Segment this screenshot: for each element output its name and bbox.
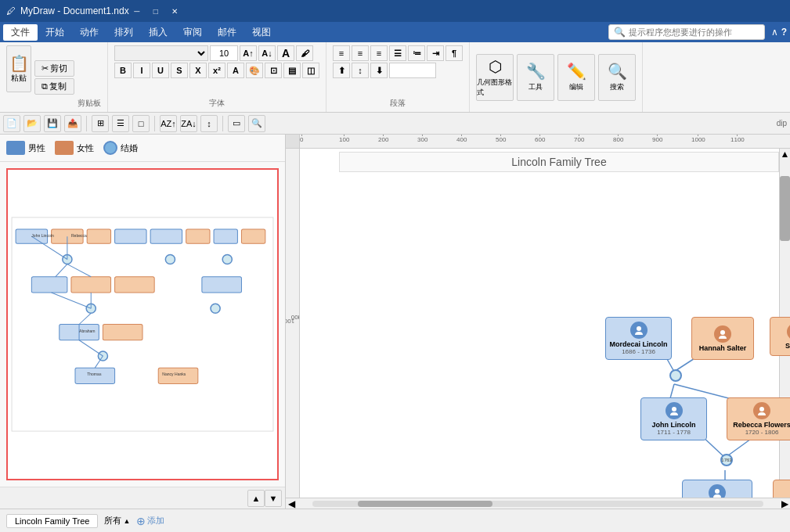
font-style-btn[interactable]: A <box>227 63 244 78</box>
tools-btn[interactable]: 🔧 工具 <box>517 54 554 101</box>
svg-point-11 <box>222 254 232 264</box>
minimize-button[interactable]: ─ <box>129 5 145 17</box>
person-abraham[interactable]: Abraham Lincoln 1744 - 1786 <box>682 480 752 498</box>
sort-za-btn[interactable]: ZA↓ <box>180 115 197 132</box>
shape-btn[interactable]: □ <box>132 115 150 132</box>
close-button[interactable]: ✕ <box>167 5 182 17</box>
font-shrink-btn[interactable]: A↓ <box>258 45 276 61</box>
person-john-lincoln[interactable]: John Lincoln 1711 - 1778 <box>640 397 707 440</box>
h-scrollbar[interactable]: ◀ ▶ <box>286 498 790 509</box>
maximize-button[interactable]: □ <box>148 5 164 17</box>
tab-filter: 所有 ▲ <box>104 515 130 527</box>
shadow-btn[interactable]: ▤ <box>283 63 301 78</box>
paste-button[interactable]: 📋 粘贴 <box>6 45 31 92</box>
font-family-select[interactable] <box>114 45 208 61</box>
copy-button[interactable]: ⧉ 复制 <box>34 78 74 95</box>
scroll-up-btn[interactable]: ▲ <box>780 149 790 160</box>
diagram[interactable]: ▲ ▼ <box>300 149 790 498</box>
tab-add-btn[interactable]: ⊕ 添加 <box>136 515 164 527</box>
svg-point-65 <box>759 407 764 412</box>
menu-mail[interactable]: 邮件 <box>210 24 244 41</box>
align-left-btn[interactable]: ≡ <box>333 45 350 61</box>
menu-arrange[interactable]: 排列 <box>106 24 141 41</box>
font-paint-btn[interactable]: 🖌 <box>296 45 313 61</box>
valign-top-btn[interactable]: ⬆ <box>333 63 350 78</box>
avatar-rebecca <box>753 402 770 419</box>
align-justify-btn[interactable]: ☰ <box>389 45 406 61</box>
scroll-left-btn[interactable]: ◀ <box>286 498 297 509</box>
fill-btn[interactable]: 🎨 <box>246 63 263 78</box>
align-center-btn[interactable]: ≡ <box>352 45 369 61</box>
menu-insert[interactable]: 插入 <box>141 24 175 41</box>
font-color-btn[interactable]: A <box>277 45 294 61</box>
person-sarah[interactable]: Sarah <box>770 317 790 356</box>
bottom-tabs: Lincoln Family Tree 所有 ▲ ⊕ 添加 <box>0 509 790 532</box>
menu-view[interactable]: 视图 <box>244 24 279 41</box>
open-btn[interactable]: 📂 <box>23 115 41 132</box>
export-btn[interactable]: 📤 <box>64 115 81 132</box>
person-hannah[interactable]: Hannah Salter <box>691 317 754 360</box>
svg-rect-6 <box>186 229 210 243</box>
pilcrow-btn[interactable]: ¶ <box>446 45 463 61</box>
underline-btn[interactable]: U <box>152 63 169 78</box>
strikethrough-btn[interactable]: S <box>171 63 188 78</box>
align-right-btn[interactable]: ≡ <box>370 45 388 61</box>
scroll-thumb-v[interactable] <box>780 176 790 242</box>
person-mordecai[interactable]: Mordecai Lincoln 1686 - 1736 <box>605 317 672 360</box>
font-section: A↑ A↓ A 🖌 B I U S X x² A 🎨 ⊡ ▤ ◫ 字体 <box>108 42 326 112</box>
font-grow-btn[interactable]: A↑ <box>240 45 257 61</box>
panel-scroll-down[interactable]: ▼ <box>265 490 282 507</box>
search-tool-btn[interactable]: 🔍 搜索 <box>598 54 636 101</box>
list-btn[interactable]: ≔ <box>408 45 425 61</box>
ruler-marks-horizontal: 0 100 200 300 400 500 600 700 800 900 10… <box>300 135 790 148</box>
help-btn[interactable]: ? <box>781 27 787 38</box>
new-btn[interactable]: 📄 <box>3 115 20 132</box>
person-rebecca[interactable]: Rebecca Flowers 1720 - 1806 <box>727 397 790 440</box>
edit-btn[interactable]: ✏️ 编辑 <box>557 54 595 101</box>
search-input[interactable] <box>629 27 759 37</box>
border-style-btn[interactable]: ▭ <box>228 115 245 132</box>
avatar-sarah <box>787 323 791 340</box>
italic-btn[interactable]: I <box>133 63 150 78</box>
list-view-btn[interactable]: ☰ <box>112 115 129 132</box>
opacity-btn[interactable]: ◫ <box>302 63 319 78</box>
menu-actions[interactable]: 动作 <box>72 24 106 41</box>
scroll-right-btn[interactable]: ▶ <box>779 498 790 509</box>
scroll-thumb-h[interactable] <box>358 501 493 507</box>
preview-area[interactable]: John Lincoln Rebecca Abraham Thomas Nanc… <box>6 168 279 480</box>
window-controls: ─ □ ✕ <box>129 5 182 17</box>
bold-btn[interactable]: B <box>114 63 132 78</box>
person-bathsheba[interactable]: Bathsheba Herring 1746 <box>773 480 790 498</box>
find-btn[interactable]: 🔍 <box>248 115 265 132</box>
years-john-lincoln: 1711 - 1778 <box>657 429 691 436</box>
preview-svg: John Lincoln Rebecca Abraham Thomas Nanc… <box>8 170 277 479</box>
border-btn[interactable]: ⊡ <box>265 63 282 78</box>
grid-view-btn[interactable]: ⊞ <box>92 115 109 132</box>
subscript-x-btn[interactable]: X <box>189 63 207 78</box>
svg-rect-14 <box>115 277 155 293</box>
menu-review[interactable]: 审阅 <box>175 24 210 41</box>
valign-mid-btn[interactable]: ↕ <box>352 63 369 78</box>
indent-btn[interactable]: ⇥ <box>427 45 444 61</box>
name-rebecca: Rebecca Flowers <box>733 421 790 429</box>
years-mordecai: 1686 - 1736 <box>622 348 655 355</box>
ribbon-collapse-btn[interactable]: ∧ <box>771 27 778 38</box>
menu-home[interactable]: 开始 <box>38 24 72 41</box>
avatar-mordecai <box>630 322 648 339</box>
filter-arrow-icon[interactable]: ▲ <box>123 517 130 525</box>
svg-point-10 <box>165 254 175 264</box>
sort2-btn[interactable]: ↕ <box>200 115 218 132</box>
cut-button[interactable]: ✂ 剪切 <box>34 60 74 77</box>
sort-az-btn[interactable]: AZ↑ <box>160 115 177 132</box>
panel-scroll-up[interactable]: ▲ <box>247 490 265 507</box>
menu-file[interactable]: 文件 <box>3 24 38 41</box>
search-bar[interactable]: 🔍 <box>608 24 765 40</box>
name-hannah: Hannah Salter <box>699 344 747 352</box>
valign-bot-btn[interactable]: ⬇ <box>370 63 388 78</box>
tab-lincoln-family-tree[interactable]: Lincoln Family Tree <box>6 514 98 528</box>
superscript-btn[interactable]: x² <box>208 63 225 78</box>
canvas-area: 0 100 200 300 400 500 600 700 800 900 10… <box>286 135 790 509</box>
font-size-input[interactable] <box>210 45 238 61</box>
save-btn[interactable]: 💾 <box>44 115 61 132</box>
geometry-format-btn[interactable]: ⬡ 几何图形格式 <box>476 54 514 101</box>
